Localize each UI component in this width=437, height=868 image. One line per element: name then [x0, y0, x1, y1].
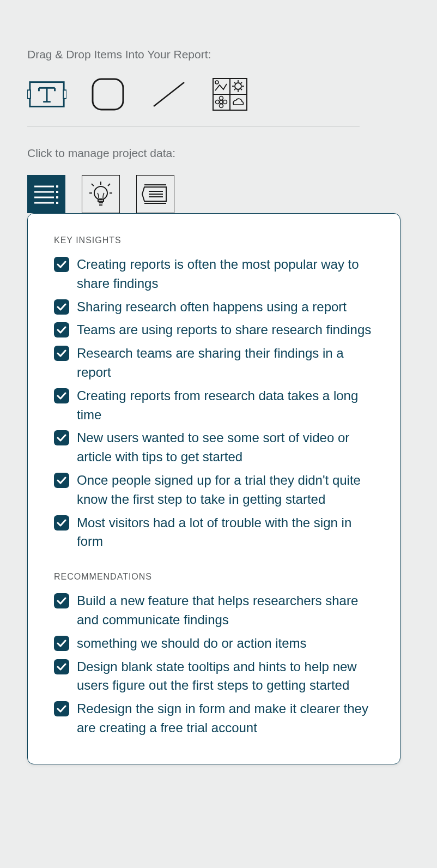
svg-line-17 [234, 89, 235, 90]
checkbox[interactable] [54, 636, 69, 651]
report-builder-panel: Drag & Drop Items Into Your Report: [27, 48, 410, 764]
item-text: Build a new feature that helps researche… [77, 592, 374, 630]
svg-line-16 [241, 82, 242, 83]
svg-rect-28 [56, 191, 58, 193]
item-text: Design blank state tooltips and hints to… [77, 658, 374, 696]
list-item[interactable]: something we should do or action items [54, 634, 374, 653]
panel-group: KEY INSIGHTSCreating reports is often th… [54, 236, 374, 551]
text-box-icon[interactable] [27, 76, 66, 112]
svg-rect-3 [93, 79, 123, 110]
checkbox[interactable] [54, 701, 69, 716]
svg-point-8 [215, 81, 218, 84]
item-text: Most visitors had a lot of trouble with … [77, 514, 374, 552]
checkbox[interactable] [54, 322, 69, 337]
svg-rect-29 [56, 196, 58, 198]
item-list: Creating reports is often the most popul… [54, 255, 374, 551]
item-text: Redesign the sign in form and make it cl… [77, 700, 374, 738]
svg-line-4 [154, 82, 184, 106]
svg-line-14 [234, 82, 235, 83]
item-text: Teams are using reports to share researc… [77, 321, 371, 340]
svg-point-9 [235, 83, 241, 89]
rounded-rectangle-icon[interactable] [88, 76, 128, 112]
list-item[interactable]: New users wanted to see some sort of vid… [54, 429, 374, 467]
checkbox[interactable] [54, 659, 69, 674]
svg-line-37 [92, 184, 94, 186]
notes-tab[interactable] [136, 175, 174, 213]
svg-point-18 [220, 100, 223, 104]
item-text: Sharing research often happens using a r… [77, 298, 347, 317]
list-item[interactable]: Sharing research often happens using a r… [54, 298, 374, 317]
list-item[interactable]: Creating reports from research data take… [54, 387, 374, 425]
list-item[interactable]: Most visitors had a lot of trouble with … [54, 514, 374, 552]
presentation-icon [141, 183, 169, 205]
drag-drop-label: Drag & Drop Items Into Your Report: [27, 48, 410, 61]
svg-rect-1 [27, 90, 31, 99]
checkbox[interactable] [54, 257, 69, 272]
svg-point-20 [220, 104, 223, 108]
list-item[interactable]: Redesign the sign in form and make it cl… [54, 700, 374, 738]
toolbar [27, 76, 410, 112]
svg-rect-30 [56, 202, 58, 204]
divider [27, 126, 360, 127]
item-text: Once people signed up for a trial they d… [77, 471, 374, 509]
data-tabs [27, 175, 410, 213]
manage-data-label: Click to manage project data: [27, 147, 410, 160]
item-text: Creating reports from research data take… [77, 387, 374, 425]
list-icon [33, 184, 59, 204]
svg-point-31 [94, 186, 107, 200]
svg-line-15 [241, 89, 242, 90]
list-view-tab[interactable] [27, 175, 65, 213]
item-text: Creating reports is often the most popul… [77, 255, 374, 293]
svg-point-21 [216, 100, 220, 104]
item-list: Build a new feature that helps researche… [54, 592, 374, 738]
checkbox[interactable] [54, 473, 69, 488]
group-heading: RECOMMENDATIONS [54, 572, 374, 582]
svg-rect-2 [63, 90, 66, 99]
list-item[interactable]: Design blank state tooltips and hints to… [54, 658, 374, 696]
item-text: New users wanted to see some sort of vid… [77, 429, 374, 467]
ideas-tab[interactable] [82, 175, 120, 213]
item-text: Research teams are sharing their finding… [77, 344, 374, 382]
checkbox[interactable] [54, 593, 69, 608]
images-grid-icon[interactable] [210, 76, 250, 112]
svg-line-38 [108, 184, 110, 186]
checkbox[interactable] [54, 388, 69, 403]
list-item[interactable]: Build a new feature that helps researche… [54, 592, 374, 630]
line-icon[interactable] [149, 76, 189, 112]
lightbulb-icon [89, 180, 113, 208]
svg-point-19 [220, 97, 223, 100]
item-text: something we should do or action items [77, 634, 307, 653]
list-item[interactable]: Teams are using reports to share researc… [54, 321, 374, 340]
checkbox[interactable] [54, 515, 69, 531]
data-panel: KEY INSIGHTSCreating reports is often th… [27, 213, 400, 764]
checkbox[interactable] [54, 299, 69, 315]
checkbox[interactable] [54, 346, 69, 361]
list-item[interactable]: Once people signed up for a trial they d… [54, 471, 374, 509]
list-item[interactable]: Creating reports is often the most popul… [54, 255, 374, 293]
checkbox[interactable] [54, 430, 69, 445]
svg-point-22 [223, 100, 227, 104]
svg-rect-27 [56, 185, 58, 188]
group-heading: KEY INSIGHTS [54, 236, 374, 245]
panel-group: RECOMMENDATIONSBuild a new feature that … [54, 572, 374, 738]
list-item[interactable]: Research teams are sharing their finding… [54, 344, 374, 382]
